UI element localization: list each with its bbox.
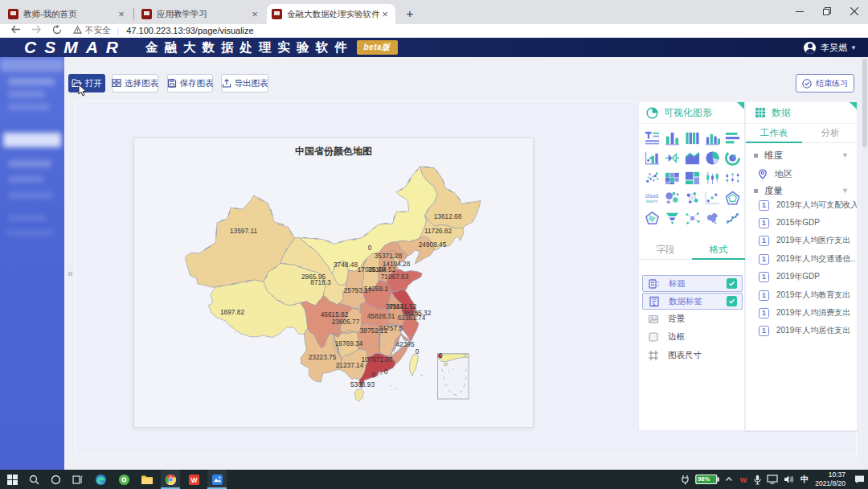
power-plug-icon[interactable] [681,475,690,485]
province-hainan[interactable] [354,388,363,401]
browser-360-icon[interactable] [114,470,133,489]
province-taiwan[interactable] [410,354,419,376]
browser-tab-1[interactable]: 教师-我的首页 × [3,4,132,24]
browser-tab-2[interactable]: 应用教学学习 × [137,4,265,24]
measure-item[interactable]: 1 2019年人均可支配收入 [746,197,857,213]
save-chart-button[interactable]: 保存图表 [167,74,213,92]
measure-item[interactable]: 1 2019年人均消费支出 [746,305,857,321]
tab-close-icon[interactable]: × [116,9,127,20]
chart-card[interactable]: 中国省份颜色地图 [133,138,534,428]
map-data-label: 16769.34 [335,339,363,347]
tab-format[interactable]: 格式 [692,240,745,260]
chart-type-icon-bubble-chart[interactable] [664,190,682,208]
chart-type-icon-box-plot[interactable] [664,150,682,167]
scrollbar-thumb[interactable] [862,59,867,147]
hidden-icons-chevron[interactable] [725,476,733,483]
microphone-icon[interactable] [754,475,761,485]
chart-type-icon-china-map[interactable] [704,210,722,228]
task-view-icon[interactable] [68,470,87,489]
window-close-button[interactable] [841,0,868,23]
tab-analysis[interactable]: 分析 [802,124,858,143]
action-center-icon[interactable] [854,475,865,484]
page-scrollbar[interactable] [861,57,868,470]
site-security-chip[interactable]: 不安全 | [73,25,119,36]
checkbox-checked-icon[interactable] [727,296,737,306]
province-xianggang[interactable] [380,373,382,376]
chart-type-icon-candlestick[interactable] [704,170,722,187]
export-chart-button[interactable]: 导出图表 [221,74,268,92]
teaching-app-icon[interactable] [207,470,227,489]
measure-item[interactable]: 1 2019年人均教育支出 [746,287,857,303]
select-chart-button[interactable]: 选择图表 [112,74,158,92]
chart-type-icon-strip-plot[interactable] [724,170,742,187]
chart-type-icon-gauge-chart[interactable] [724,150,742,167]
chart-type-icon-area-chart[interactable] [684,150,702,167]
back-icon[interactable] [10,25,21,36]
chart-type-icon-funnel-chart[interactable] [664,210,682,228]
chart-type-icon-treemap[interactable] [684,170,702,187]
url-text[interactable]: 47.100.223.13:93/page/visualize [126,26,253,35]
start-button-icon[interactable] [2,470,22,489]
measure-item[interactable]: 1 2015年GDP [746,215,857,231]
checkbox-checked-icon[interactable] [727,278,737,289]
display-network-icon[interactable] [767,475,778,484]
taskbar-search-icon[interactable] [24,470,43,489]
map-data-label: 0 [416,347,420,355]
new-tab-button[interactable]: + [402,6,418,23]
chart-type-icon-combo-chart[interactable] [644,150,661,167]
measure-section-header[interactable]: 度量 ▼ [746,183,857,199]
end-practice-button[interactable]: 结束练习 [796,74,854,92]
chart-type-icon-scatter-plot[interactable] [644,170,661,187]
chart-type-icon-histogram[interactable] [684,129,702,147]
battery-indicator[interactable]: 98% [695,474,719,485]
cortana-icon[interactable] [46,470,65,489]
left-sidebar-blurred[interactable] [0,57,64,470]
sidebar-active-item[interactable] [3,133,61,147]
chart-type-icon-relation-chart[interactable] [684,210,702,228]
window-restore-button[interactable] [813,0,841,23]
chart-type-icon-graph-network[interactable] [684,190,702,208]
tab-worksheet[interactable]: 工作表 [746,124,802,143]
chart-type-icon-polygon-chart[interactable] [644,210,661,228]
speaker-icon[interactable] [784,475,794,484]
measure-item[interactable]: 1 2019年人均医疗支出 [746,232,857,249]
edge-browser-icon[interactable] [91,470,110,489]
chart-type-icon-regression-scatter[interactable] [724,210,742,228]
dimension-item-region[interactable]: 地区 [746,166,857,182]
taskbar-clock[interactable]: 10:37 2021/8/20 [815,471,845,487]
measure-item[interactable]: 1 2019年人均交通通信… [746,251,857,267]
format-item-background[interactable]: 背景 [642,310,743,327]
chart-type-icon-step-scatter[interactable] [704,190,722,208]
tab-fields[interactable]: 字段 [639,240,692,260]
dimension-section-header[interactable]: 维度 ▼ [746,147,857,163]
measure-item[interactable]: 1 2019年人均居住支出 [746,323,857,339]
chart-type-icon-heatmap[interactable] [664,170,682,187]
format-item-border[interactable]: 边框 [642,328,743,345]
chart-type-icon-radar-chart[interactable] [724,190,742,208]
reload-icon[interactable] [52,25,62,37]
chart-type-icon-bar-chart[interactable] [664,129,682,147]
chart-type-icon-table-text[interactable] [644,129,661,147]
forward-icon[interactable] [31,25,42,36]
user-menu[interactable]: 李昊燃 ▼ [804,38,857,57]
chart-type-icon-column-chart[interactable] [704,129,722,147]
format-item-chart-size[interactable]: 图表尺寸 [642,347,743,364]
chart-type-icon-hbar-chart[interactable] [724,129,742,147]
file-explorer-icon[interactable] [137,470,157,489]
chrome-icon[interactable] [161,470,180,489]
format-item-title[interactable]: 标题 [642,275,743,292]
format-item-data-label[interactable]: 数据标签 [642,293,743,310]
csmar-logo[interactable]: CSMAR [24,38,126,57]
ime-indicator[interactable]: 中 [800,473,809,486]
tab-close-icon[interactable]: × [379,9,391,20]
chart-type-icon-wordcloud[interactable]: clouddatabig [644,190,661,208]
wps-tray-icon[interactable]: W [739,475,748,484]
wps-icon[interactable]: W [184,470,203,489]
province-aomen[interactable] [378,375,379,376]
window-minimize-button[interactable] [786,0,813,23]
tab-close-icon[interactable]: × [249,9,260,20]
measure-item[interactable]: 1 2019年GDP [746,269,857,285]
chart-type-icon-pie-chart[interactable] [704,150,722,167]
browser-tab-3-active[interactable]: 金融大数据处理实验软件 × [267,4,395,24]
numeric-field-icon: 1 [759,200,769,211]
